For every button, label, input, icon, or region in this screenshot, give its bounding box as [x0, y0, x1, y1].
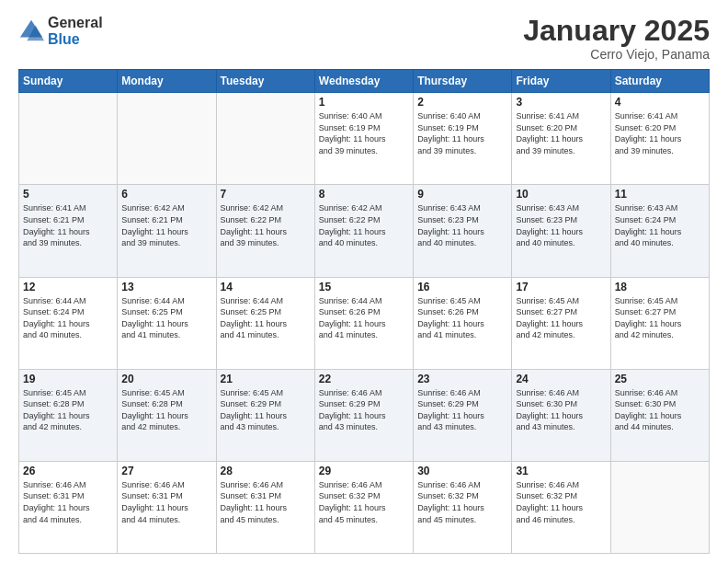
calendar-day-cell: 30Sunrise: 6:46 AM Sunset: 6:32 PM Dayli… — [414, 461, 512, 553]
calendar-day-cell — [118, 93, 216, 185]
day-number: 27 — [121, 465, 211, 477]
day-number: 7 — [221, 188, 311, 201]
day-info: Sunrise: 6:41 AM Sunset: 6:21 PM Dayligh… — [23, 202, 113, 248]
day-info: Sunrise: 6:46 AM Sunset: 6:30 PM Dayligh… — [615, 387, 705, 433]
day-number: 25 — [615, 373, 705, 385]
calendar-day-cell: 16Sunrise: 6:45 AM Sunset: 6:26 PM Dayli… — [414, 277, 512, 369]
calendar-day-cell: 15Sunrise: 6:44 AM Sunset: 6:26 PM Dayli… — [314, 277, 413, 369]
calendar-day-cell: 5Sunrise: 6:41 AM Sunset: 6:21 PM Daylig… — [19, 185, 118, 277]
day-number: 23 — [417, 373, 507, 385]
day-info: Sunrise: 6:44 AM Sunset: 6:25 PM Dayligh… — [121, 295, 211, 341]
day-number: 22 — [319, 373, 409, 385]
calendar-day-cell: 7Sunrise: 6:42 AM Sunset: 6:22 PM Daylig… — [216, 185, 314, 277]
day-number: 17 — [516, 281, 606, 293]
calendar-day-cell: 8Sunrise: 6:42 AM Sunset: 6:22 PM Daylig… — [314, 185, 413, 277]
day-number: 1 — [319, 96, 409, 109]
day-info: Sunrise: 6:45 AM Sunset: 6:27 PM Dayligh… — [615, 295, 705, 341]
day-number: 5 — [23, 188, 113, 201]
day-number: 18 — [615, 281, 705, 293]
calendar-day-cell — [216, 93, 314, 185]
day-info: Sunrise: 6:42 AM Sunset: 6:22 PM Dayligh… — [319, 202, 409, 248]
calendar-week-row: 5Sunrise: 6:41 AM Sunset: 6:21 PM Daylig… — [19, 185, 710, 277]
day-number: 19 — [23, 373, 113, 385]
day-number: 9 — [417, 188, 507, 201]
day-info: Sunrise: 6:44 AM Sunset: 6:24 PM Dayligh… — [23, 295, 113, 341]
day-info: Sunrise: 6:43 AM Sunset: 6:23 PM Dayligh… — [516, 202, 606, 248]
day-info: Sunrise: 6:45 AM Sunset: 6:27 PM Dayligh… — [516, 295, 606, 341]
day-info: Sunrise: 6:46 AM Sunset: 6:31 PM Dayligh… — [23, 479, 113, 525]
day-number: 4 — [615, 96, 705, 109]
day-info: Sunrise: 6:41 AM Sunset: 6:20 PM Dayligh… — [615, 110, 705, 156]
calendar-header-sunday: Sunday — [19, 70, 118, 93]
day-number: 10 — [516, 188, 606, 201]
calendar-week-row: 19Sunrise: 6:45 AM Sunset: 6:28 PM Dayli… — [19, 369, 710, 461]
day-number: 29 — [319, 465, 409, 477]
calendar-day-cell: 11Sunrise: 6:43 AM Sunset: 6:24 PM Dayli… — [610, 185, 709, 277]
calendar-day-cell: 10Sunrise: 6:43 AM Sunset: 6:23 PM Dayli… — [512, 185, 610, 277]
calendar-day-cell: 24Sunrise: 6:46 AM Sunset: 6:30 PM Dayli… — [512, 369, 610, 461]
calendar-day-cell: 4Sunrise: 6:41 AM Sunset: 6:20 PM Daylig… — [610, 93, 709, 185]
calendar-day-cell: 2Sunrise: 6:40 AM Sunset: 6:19 PM Daylig… — [414, 93, 512, 185]
calendar-header-thursday: Thursday — [414, 70, 512, 93]
logo-general-text: General — [48, 15, 103, 31]
calendar-day-cell: 21Sunrise: 6:45 AM Sunset: 6:29 PM Dayli… — [216, 369, 314, 461]
calendar-week-row: 1Sunrise: 6:40 AM Sunset: 6:19 PM Daylig… — [19, 93, 710, 185]
day-info: Sunrise: 6:46 AM Sunset: 6:31 PM Dayligh… — [121, 479, 211, 525]
calendar-day-cell: 27Sunrise: 6:46 AM Sunset: 6:31 PM Dayli… — [118, 461, 216, 553]
calendar-header-friday: Friday — [512, 70, 610, 93]
day-info: Sunrise: 6:40 AM Sunset: 6:19 PM Dayligh… — [417, 110, 507, 156]
day-info: Sunrise: 6:45 AM Sunset: 6:28 PM Dayligh… — [23, 387, 113, 433]
header: General Blue January 2025 Cerro Viejo, P… — [18, 15, 710, 62]
calendar-header-saturday: Saturday — [610, 70, 709, 93]
calendar-day-cell — [610, 461, 709, 553]
day-info: Sunrise: 6:42 AM Sunset: 6:21 PM Dayligh… — [121, 202, 211, 248]
logo-text: General Blue — [48, 15, 103, 47]
day-info: Sunrise: 6:46 AM Sunset: 6:31 PM Dayligh… — [221, 479, 311, 525]
calendar-day-cell: 28Sunrise: 6:46 AM Sunset: 6:31 PM Dayli… — [216, 461, 314, 553]
day-number: 28 — [221, 465, 311, 477]
day-info: Sunrise: 6:40 AM Sunset: 6:19 PM Dayligh… — [319, 110, 409, 156]
day-info: Sunrise: 6:41 AM Sunset: 6:20 PM Dayligh… — [516, 110, 606, 156]
day-info: Sunrise: 6:44 AM Sunset: 6:26 PM Dayligh… — [319, 295, 409, 341]
calendar-day-cell: 1Sunrise: 6:40 AM Sunset: 6:19 PM Daylig… — [314, 93, 413, 185]
page: General Blue January 2025 Cerro Viejo, P… — [0, 0, 728, 563]
month-title: January 2025 — [523, 15, 710, 47]
day-info: Sunrise: 6:46 AM Sunset: 6:29 PM Dayligh… — [417, 387, 507, 433]
calendar-header-row: SundayMondayTuesdayWednesdayThursdayFrid… — [19, 70, 710, 93]
day-info: Sunrise: 6:43 AM Sunset: 6:23 PM Dayligh… — [417, 202, 507, 248]
day-number: 15 — [319, 281, 409, 293]
calendar-day-cell: 31Sunrise: 6:46 AM Sunset: 6:32 PM Dayli… — [512, 461, 610, 553]
day-number: 16 — [417, 281, 507, 293]
day-info: Sunrise: 6:42 AM Sunset: 6:22 PM Dayligh… — [221, 202, 311, 248]
day-info: Sunrise: 6:45 AM Sunset: 6:26 PM Dayligh… — [417, 295, 507, 341]
calendar-day-cell — [19, 93, 118, 185]
logo-icon — [18, 18, 44, 44]
day-number: 12 — [23, 281, 113, 293]
location: Cerro Viejo, Panama — [523, 47, 710, 62]
day-number: 21 — [221, 373, 311, 385]
calendar-header-monday: Monday — [118, 70, 216, 93]
day-number: 26 — [23, 465, 113, 477]
calendar-header-tuesday: Tuesday — [216, 70, 314, 93]
calendar-day-cell: 26Sunrise: 6:46 AM Sunset: 6:31 PM Dayli… — [19, 461, 118, 553]
day-info: Sunrise: 6:45 AM Sunset: 6:29 PM Dayligh… — [221, 387, 311, 433]
day-info: Sunrise: 6:44 AM Sunset: 6:25 PM Dayligh… — [221, 295, 311, 341]
calendar-day-cell: 3Sunrise: 6:41 AM Sunset: 6:20 PM Daylig… — [512, 93, 610, 185]
day-number: 3 — [516, 96, 606, 109]
logo: General Blue — [18, 15, 103, 47]
calendar-day-cell: 23Sunrise: 6:46 AM Sunset: 6:29 PM Dayli… — [414, 369, 512, 461]
calendar-day-cell: 6Sunrise: 6:42 AM Sunset: 6:21 PM Daylig… — [118, 185, 216, 277]
day-info: Sunrise: 6:46 AM Sunset: 6:29 PM Dayligh… — [319, 387, 409, 433]
day-number: 11 — [615, 188, 705, 201]
day-number: 30 — [417, 465, 507, 477]
day-number: 14 — [221, 281, 311, 293]
calendar-week-row: 26Sunrise: 6:46 AM Sunset: 6:31 PM Dayli… — [19, 461, 710, 553]
day-info: Sunrise: 6:43 AM Sunset: 6:24 PM Dayligh… — [615, 202, 705, 248]
day-number: 31 — [516, 465, 606, 477]
calendar-day-cell: 13Sunrise: 6:44 AM Sunset: 6:25 PM Dayli… — [118, 277, 216, 369]
day-number: 13 — [121, 281, 211, 293]
calendar-day-cell: 17Sunrise: 6:45 AM Sunset: 6:27 PM Dayli… — [512, 277, 610, 369]
day-info: Sunrise: 6:46 AM Sunset: 6:32 PM Dayligh… — [516, 479, 606, 525]
day-info: Sunrise: 6:46 AM Sunset: 6:32 PM Dayligh… — [417, 479, 507, 525]
calendar-week-row: 12Sunrise: 6:44 AM Sunset: 6:24 PM Dayli… — [19, 277, 710, 369]
